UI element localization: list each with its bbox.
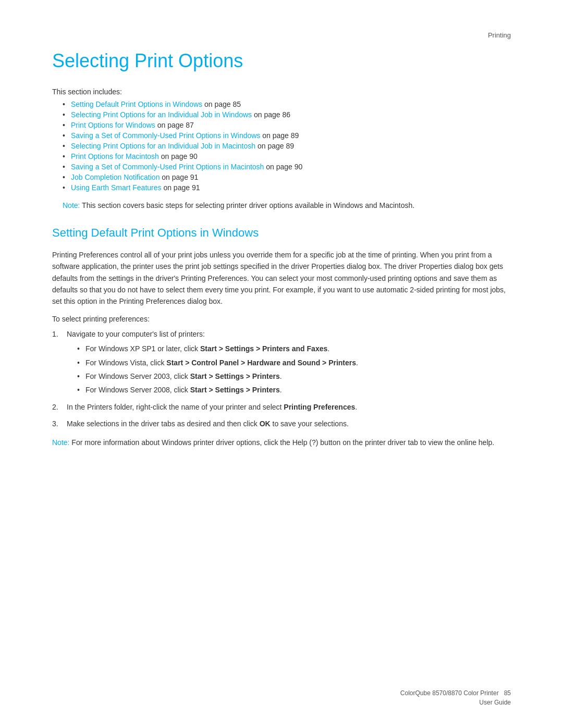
sub-bullet-1: For Windows XP SP1 or later, click Start… [77,343,511,354]
step-2-before: In the Printers folder, right-click the … [67,403,284,411]
list-item: Selecting Print Options for an Individua… [63,110,511,119]
step-3-before: Make selections in the driver tabs as de… [67,419,260,428]
sub-bullet-1-bold: Start > Settings > Printers and Faxes [200,344,327,353]
list-item: Selecting Print Options for an Individua… [63,142,511,150]
step-1: Navigate to your computer's list of prin… [52,328,511,396]
toc-link-7[interactable]: Saving a Set of Commonly-Used Print Opti… [71,163,264,171]
toc-link-2[interactable]: Selecting Print Options for an Individua… [71,110,252,119]
sub-bullet-4: For Windows Server 2008, click Start > S… [77,384,511,396]
toc-list: Setting Default Print Options in Windows… [63,100,511,192]
toc-link-3[interactable]: Print Options for Windows [71,121,155,129]
steps-list: Navigate to your computer's list of prin… [52,328,511,430]
step-1-text: Navigate to your computer's list of prin… [67,330,205,338]
sub-bullet-3-after: . [280,372,282,380]
toc-page-2: on page 86 [254,110,290,119]
toc-link-8[interactable]: Job Completion Notification [71,173,160,181]
toc-link-9[interactable]: Using Earth Smart Features [71,183,162,192]
sub-bullet-4-before: For Windows Server 2008, click [85,386,190,394]
toc-page-4: on page 89 [262,131,299,140]
toc-page-5: on page 89 [258,142,294,150]
sub-bullet-1-after: . [327,344,329,353]
sub-bullet-2-after: . [356,359,358,367]
step-3-after: to save your selections. [271,419,349,428]
section1-heading: Setting Default Print Options in Windows [52,226,511,241]
toc-link-1[interactable]: Setting Default Print Options in Windows [71,100,202,108]
toc-note-label: Note: [63,201,80,209]
toc-page-3: on page 87 [157,121,194,129]
page-title: Selecting Print Options [52,50,511,72]
step-2-bold: Printing Preferences [284,403,355,411]
section1-paragraph1: Printing Preferences control all of your… [52,249,511,307]
page-footer: ColorQube 8570/8870 Color Printer 85 Use… [400,688,511,707]
list-item: Print Options for Windows on page 87 [63,121,511,129]
sub-bullet-3-before: For Windows Server 2003, click [85,372,190,380]
section1-note-label: Note: [52,438,69,447]
sub-bullet-2-bold: Start > Control Panel > Hardware and Sou… [166,359,356,367]
sub-bullet-3-bold: Start > Settings > Printers [190,372,280,380]
list-item: Using Earth Smart Features on page 91 [63,183,511,192]
list-item: Saving a Set of Commonly-Used Print Opti… [63,131,511,140]
section-intro: This section includes: [52,88,511,96]
step-intro: To select printing preferences: [52,315,511,323]
section1-note-text: For more information about Windows print… [69,438,494,447]
toc-page-7: on page 90 [266,163,302,171]
step-3: Make selections in the driver tabs as de… [52,418,511,429]
footer-product: ColorQube 8570/8870 Color Printer 85 [400,688,511,698]
page-header: Printing [52,31,511,39]
toc-link-6[interactable]: Print Options for Macintosh [71,152,159,161]
toc-link-5[interactable]: Selecting Print Options for an Individua… [71,142,255,150]
sub-bullet-2: For Windows Vista, click Start > Control… [77,357,511,368]
toc-page-1: on page 85 [204,100,241,108]
toc-note-text: This section covers basic steps for sele… [80,201,414,209]
sub-bullet-2-before: For Windows Vista, click [85,359,166,367]
list-item: Saving a Set of Commonly-Used Print Opti… [63,163,511,171]
footer-guide: User Guide [400,698,511,707]
step-2-after: . [355,403,357,411]
toc-page-6: on page 90 [161,152,198,161]
header-label: Printing [488,31,511,39]
page-container: Printing Selecting Print Options This se… [0,0,563,496]
sub-bullet-3: For Windows Server 2003, click Start > S… [77,371,511,382]
list-item: Job Completion Notification on page 91 [63,173,511,181]
step-2: In the Printers folder, right-click the … [52,401,511,413]
list-item: Setting Default Print Options in Windows… [63,100,511,108]
toc-page-8: on page 91 [162,173,198,181]
list-item: Print Options for Macintosh on page 90 [63,152,511,161]
toc-link-4[interactable]: Saving a Set of Commonly-Used Print Opti… [71,131,260,140]
sub-bullet-1-before: For Windows XP SP1 or later, click [85,344,200,353]
toc-note: Note: This section covers basic steps fo… [63,200,511,211]
sub-bullet-4-after: . [280,386,282,394]
sub-bullet-4-bold: Start > Settings > Printers [190,386,280,394]
step-3-bold: OK [260,419,271,428]
section1-note: Note: For more information about Windows… [52,437,511,448]
toc-page-9: on page 91 [163,183,200,192]
step-1-sub-list: For Windows XP SP1 or later, click Start… [77,343,511,396]
